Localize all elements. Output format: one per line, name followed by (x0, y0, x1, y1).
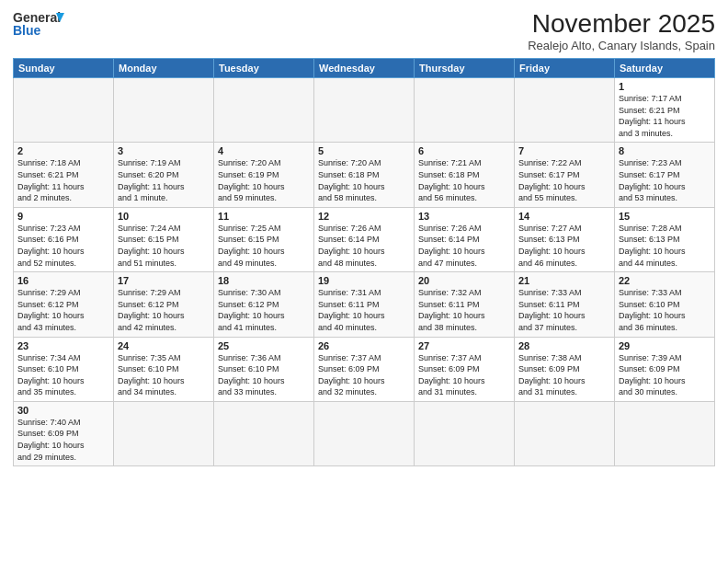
col-sunday: Sunday (14, 59, 114, 78)
table-row: 4Sunrise: 7:20 AM Sunset: 6:19 PM Daylig… (214, 143, 314, 207)
header: GeneralBlue November 2025 Realejo Alto, … (13, 9, 715, 52)
table-row: 26Sunrise: 7:37 AM Sunset: 6:09 PM Dayli… (314, 337, 415, 401)
col-tuesday: Tuesday (214, 59, 314, 78)
day-number: 25 (218, 340, 310, 351)
table-row: 12Sunrise: 7:26 AM Sunset: 6:14 PM Dayli… (314, 207, 415, 271)
table-row: 18Sunrise: 7:30 AM Sunset: 6:12 PM Dayli… (214, 272, 314, 337)
day-number: 2 (17, 145, 109, 156)
day-number: 29 (619, 340, 711, 351)
logo-icon: GeneralBlue (13, 9, 68, 41)
day-number: 18 (218, 275, 310, 286)
calendar-week-4: 23Sunrise: 7:34 AM Sunset: 6:10 PM Dayli… (14, 337, 715, 401)
day-info: Sunrise: 7:23 AM Sunset: 6:16 PM Dayligh… (17, 223, 109, 269)
day-number: 16 (17, 275, 109, 286)
table-row: 21Sunrise: 7:33 AM Sunset: 6:11 PM Dayli… (515, 272, 615, 337)
day-number: 9 (17, 211, 109, 222)
table-row: 16Sunrise: 7:29 AM Sunset: 6:12 PM Dayli… (14, 272, 114, 337)
table-row: 10Sunrise: 7:24 AM Sunset: 6:15 PM Dayli… (114, 207, 214, 271)
day-info: Sunrise: 7:19 AM Sunset: 6:20 PM Dayligh… (118, 157, 210, 203)
calendar-week-3: 16Sunrise: 7:29 AM Sunset: 6:12 PM Dayli… (14, 272, 715, 337)
day-number: 3 (118, 145, 210, 156)
calendar-week-5: 30Sunrise: 7:40 AM Sunset: 6:09 PM Dayli… (14, 401, 715, 465)
day-info: Sunrise: 7:24 AM Sunset: 6:15 PM Dayligh… (118, 223, 210, 269)
day-info: Sunrise: 7:23 AM Sunset: 6:17 PM Dayligh… (619, 157, 711, 203)
day-info: Sunrise: 7:30 AM Sunset: 6:12 PM Dayligh… (218, 287, 310, 333)
day-info: Sunrise: 7:37 AM Sunset: 6:09 PM Dayligh… (418, 352, 510, 398)
day-number: 13 (418, 211, 510, 222)
day-number: 27 (418, 340, 510, 351)
day-info: Sunrise: 7:28 AM Sunset: 6:13 PM Dayligh… (619, 223, 711, 269)
table-row: 8Sunrise: 7:23 AM Sunset: 6:17 PM Daylig… (615, 143, 715, 207)
day-info: Sunrise: 7:34 AM Sunset: 6:10 PM Dayligh… (17, 352, 109, 398)
table-row: 3Sunrise: 7:19 AM Sunset: 6:20 PM Daylig… (114, 143, 214, 207)
day-info: Sunrise: 7:26 AM Sunset: 6:14 PM Dayligh… (418, 223, 510, 269)
day-info: Sunrise: 7:38 AM Sunset: 6:09 PM Dayligh… (518, 352, 610, 398)
day-info: Sunrise: 7:26 AM Sunset: 6:14 PM Dayligh… (318, 223, 410, 269)
table-row (615, 401, 715, 465)
svg-text:Blue: Blue (13, 23, 41, 38)
table-row: 17Sunrise: 7:29 AM Sunset: 6:12 PM Dayli… (114, 272, 214, 337)
day-number: 26 (318, 340, 410, 351)
table-row (415, 401, 515, 465)
day-number: 28 (518, 340, 610, 351)
day-info: Sunrise: 7:35 AM Sunset: 6:10 PM Dayligh… (118, 352, 210, 398)
calendar-week-2: 9Sunrise: 7:23 AM Sunset: 6:16 PM Daylig… (14, 207, 715, 271)
day-number: 12 (318, 211, 410, 222)
day-info: Sunrise: 7:37 AM Sunset: 6:09 PM Dayligh… (318, 352, 410, 398)
col-saturday: Saturday (615, 59, 715, 78)
day-info: Sunrise: 7:31 AM Sunset: 6:11 PM Dayligh… (318, 287, 410, 333)
day-info: Sunrise: 7:27 AM Sunset: 6:13 PM Dayligh… (518, 223, 610, 269)
day-info: Sunrise: 7:17 AM Sunset: 6:21 PM Dayligh… (619, 93, 711, 139)
table-row: 15Sunrise: 7:28 AM Sunset: 6:13 PM Dayli… (615, 207, 715, 271)
table-row: 11Sunrise: 7:25 AM Sunset: 6:15 PM Dayli… (214, 207, 314, 271)
day-number: 1 (619, 81, 711, 92)
table-row (314, 78, 415, 143)
table-row: 22Sunrise: 7:33 AM Sunset: 6:10 PM Dayli… (615, 272, 715, 337)
day-number: 23 (17, 340, 109, 351)
table-row: 2Sunrise: 7:18 AM Sunset: 6:21 PM Daylig… (14, 143, 114, 207)
day-number: 30 (17, 405, 109, 416)
day-info: Sunrise: 7:39 AM Sunset: 6:09 PM Dayligh… (619, 352, 711, 398)
day-info: Sunrise: 7:20 AM Sunset: 6:18 PM Dayligh… (318, 157, 410, 203)
col-wednesday: Wednesday (314, 59, 415, 78)
table-row (314, 401, 415, 465)
col-friday: Friday (515, 59, 615, 78)
col-thursday: Thursday (415, 59, 515, 78)
day-info: Sunrise: 7:32 AM Sunset: 6:11 PM Dayligh… (418, 287, 510, 333)
calendar-week-0: 1Sunrise: 7:17 AM Sunset: 6:21 PM Daylig… (14, 78, 715, 143)
table-row: 1Sunrise: 7:17 AM Sunset: 6:21 PM Daylig… (615, 78, 715, 143)
day-info: Sunrise: 7:18 AM Sunset: 6:21 PM Dayligh… (17, 157, 109, 203)
logo: GeneralBlue (13, 9, 68, 41)
day-info: Sunrise: 7:33 AM Sunset: 6:10 PM Dayligh… (619, 287, 711, 333)
table-row (114, 401, 214, 465)
table-row: 9Sunrise: 7:23 AM Sunset: 6:16 PM Daylig… (14, 207, 114, 271)
page: GeneralBlue November 2025 Realejo Alto, … (0, 0, 728, 563)
table-row: 6Sunrise: 7:21 AM Sunset: 6:18 PM Daylig… (415, 143, 515, 207)
table-row (214, 401, 314, 465)
day-number: 22 (619, 275, 711, 286)
month-title: November 2025 (528, 9, 715, 39)
day-info: Sunrise: 7:25 AM Sunset: 6:15 PM Dayligh… (218, 223, 310, 269)
col-monday: Monday (114, 59, 214, 78)
day-info: Sunrise: 7:33 AM Sunset: 6:11 PM Dayligh… (518, 287, 610, 333)
day-info: Sunrise: 7:20 AM Sunset: 6:19 PM Dayligh… (218, 157, 310, 203)
day-info: Sunrise: 7:40 AM Sunset: 6:09 PM Dayligh… (17, 417, 109, 463)
day-number: 6 (418, 145, 510, 156)
day-info: Sunrise: 7:29 AM Sunset: 6:12 PM Dayligh… (118, 287, 210, 333)
table-row: 30Sunrise: 7:40 AM Sunset: 6:09 PM Dayli… (14, 401, 114, 465)
day-number: 5 (318, 145, 410, 156)
table-row: 29Sunrise: 7:39 AM Sunset: 6:09 PM Dayli… (615, 337, 715, 401)
day-number: 15 (619, 211, 711, 222)
day-number: 17 (118, 275, 210, 286)
day-info: Sunrise: 7:29 AM Sunset: 6:12 PM Dayligh… (17, 287, 109, 333)
table-row: 23Sunrise: 7:34 AM Sunset: 6:10 PM Dayli… (14, 337, 114, 401)
table-row (515, 78, 615, 143)
day-number: 10 (118, 211, 210, 222)
table-row (415, 78, 515, 143)
table-row: 7Sunrise: 7:22 AM Sunset: 6:17 PM Daylig… (515, 143, 615, 207)
table-row (214, 78, 314, 143)
calendar: Sunday Monday Tuesday Wednesday Thursday… (13, 58, 715, 466)
day-number: 21 (518, 275, 610, 286)
table-row: 25Sunrise: 7:36 AM Sunset: 6:10 PM Dayli… (214, 337, 314, 401)
day-info: Sunrise: 7:21 AM Sunset: 6:18 PM Dayligh… (418, 157, 510, 203)
